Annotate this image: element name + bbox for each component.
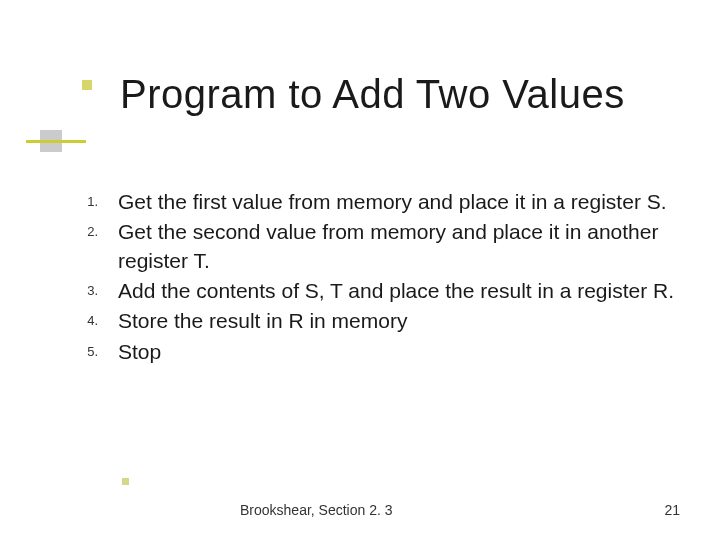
list-item: 1. Get the first value from memory and p… [70,188,680,216]
body: 1. Get the first value from memory and p… [70,188,680,368]
accent-line [26,140,86,143]
page-number: 21 [664,502,680,518]
slide: Program to Add Two Values 1. Get the fir… [0,0,720,540]
list-text: Stop [118,338,161,366]
list-item: 4. Store the result in R in memory [70,307,680,335]
accent-dot [122,478,129,485]
list-number: 1. [70,188,118,209]
list-number: 5. [70,338,118,359]
list-item: 2. Get the second value from memory and … [70,218,680,275]
ordered-list: 1. Get the first value from memory and p… [70,188,680,366]
list-text: Add the contents of S, T and place the r… [118,277,674,305]
list-number: 2. [70,218,118,239]
title-wrap: Program to Add Two Values [120,72,680,117]
list-item: 5. Stop [70,338,680,366]
accent-dot [82,80,92,90]
page-title: Program to Add Two Values [120,72,680,117]
list-text: Get the second value from memory and pla… [118,218,680,275]
list-text: Store the result in R in memory [118,307,407,335]
footer: Brookshear, Section 2. 3 21 [0,502,680,518]
list-text: Get the first value from memory and plac… [118,188,667,216]
list-item: 3. Add the contents of S, T and place th… [70,277,680,305]
list-number: 4. [70,307,118,328]
list-number: 3. [70,277,118,298]
footer-reference: Brookshear, Section 2. 3 [240,502,393,518]
